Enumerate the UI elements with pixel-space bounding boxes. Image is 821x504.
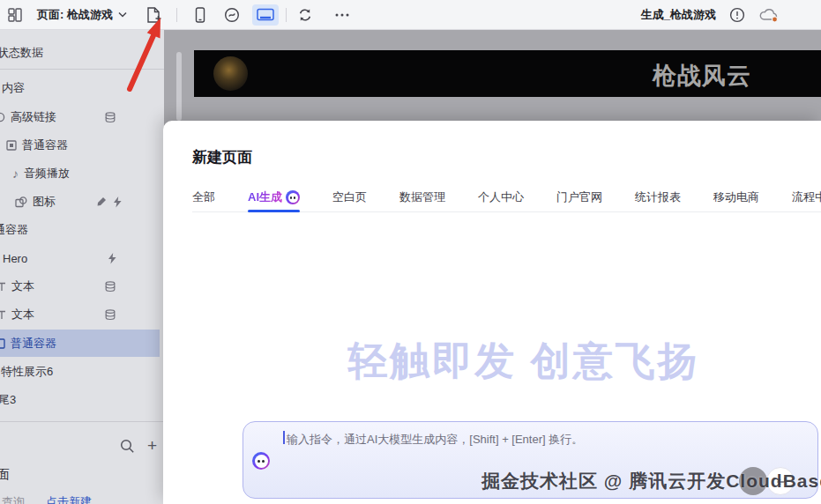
container-icon — [0, 338, 5, 349]
new-page-modal: 新建页面 全部 AI生成 空白页 数据管理 个人中心 门户官网 统计报表 移动电… — [163, 121, 821, 504]
tree-item-footer[interactable]: 页尾3 — [0, 387, 160, 413]
prompt-placeholder: 输入指令，通过AI大模型生成内容，[Shift] + [Enter] 换行。 — [287, 432, 583, 448]
chevron-down-icon — [118, 11, 127, 18]
sidebar-divider — [0, 421, 164, 422]
tab-ai-generate[interactable]: AI生成 — [248, 182, 300, 212]
sidebar-divider — [0, 69, 164, 70]
create-new-link[interactable]: 点击新建 — [46, 495, 92, 504]
more-actions-icon[interactable] — [331, 4, 354, 26]
banner-title: 枪战风云 — [653, 60, 751, 92]
cloud-sync-icon[interactable] — [758, 7, 780, 23]
toolbar-divider — [176, 8, 177, 22]
page-hero-banner[interactable]: 枪战风云 — [194, 50, 821, 97]
h5-preview-icon[interactable] — [220, 4, 243, 26]
tree-item-feature-showcase[interactable]: 特性展示6 — [0, 359, 160, 385]
lightning-icon — [108, 253, 117, 264]
tab-data-management[interactable]: 数据管理 — [399, 182, 445, 212]
tree-item-hero[interactable]: Hero — [0, 245, 160, 271]
refresh-icon[interactable] — [294, 4, 317, 26]
tab-report[interactable]: 统计报表 — [635, 182, 681, 212]
mobile-preview-icon[interactable] — [189, 4, 212, 26]
text-icon — [0, 282, 6, 292]
new-page-icon[interactable] — [145, 6, 162, 24]
tree-item-audio-player[interactable]: ♪ 音频播放 — [0, 160, 160, 187]
desktop-view-icon[interactable] — [252, 4, 279, 26]
unsaved-dot — [772, 17, 778, 22]
tab-mobile-ecommerce[interactable]: 移动电商 — [713, 182, 759, 212]
text-icon — [0, 310, 6, 320]
music-note-icon: ♪ — [12, 167, 19, 181]
component-tree-sidebar: 状态数据 内容 高级链接 普通容器 ♪ 音频播放 — [0, 30, 164, 504]
pages-section-label: 页面 — [0, 467, 10, 483]
credit-watermark: 掘金技术社区 @ 腾讯云开发CloudBase — [481, 469, 821, 493]
page-selector[interactable]: 页面: 枪战游戏 — [37, 7, 127, 23]
tree-item-state-data[interactable]: 状态数据 — [0, 40, 160, 66]
tree-item-container-selected[interactable]: 普通容器 — [0, 330, 160, 357]
page-selector-label: 页面: 枪战游戏 — [37, 7, 113, 23]
text-caret — [283, 431, 285, 444]
layout-panels-icon[interactable] — [8, 8, 22, 22]
ai-face-icon — [252, 452, 270, 470]
search-icon[interactable] — [120, 439, 135, 454]
tab-personal-center[interactable]: 个人中心 — [478, 182, 524, 212]
tree-item-content[interactable]: 内容 — [0, 75, 160, 101]
modal-title: 新建页面 — [192, 147, 252, 167]
template-category-tabs: 全部 AI生成 空白页 数据管理 个人中心 门户官网 统计报表 移动电商 流程中… — [192, 182, 821, 212]
tree-item-icon[interactable]: 图标 — [0, 189, 160, 215]
tree-item-text[interactable]: 文本 — [0, 273, 160, 300]
generated-page-title: 生成_枪战游戏 — [641, 7, 716, 23]
pages-empty-hint: 查询点击新建 — [2, 494, 92, 504]
toolbar-divider — [286, 8, 287, 22]
data-binding-icon — [105, 112, 116, 123]
tab-workflow-center[interactable]: 流程中心 — [792, 182, 821, 212]
data-binding-icon — [105, 281, 116, 293]
data-binding-icon — [105, 309, 116, 321]
tree-item-text[interactable]: 文本 — [0, 301, 160, 328]
ai-face-icon — [286, 190, 300, 204]
lightning-icon — [113, 196, 123, 208]
add-page-icon[interactable]: + — [147, 436, 157, 456]
pages-toolbar: + — [0, 435, 164, 462]
top-toolbar: 页面: 枪战游戏 — [0, 0, 821, 30]
tab-all[interactable]: 全部 — [192, 182, 215, 212]
link-circle-icon — [0, 112, 5, 122]
tree-item-container[interactable]: 普通容器 — [0, 132, 160, 159]
tree-item-advanced-link[interactable]: 高级链接 — [0, 104, 160, 130]
canvas-edge-strip — [176, 52, 182, 121]
container-icon — [6, 140, 17, 151]
page-builder-app: 页面: 枪战游戏 — [0, 0, 821, 504]
info-icon[interactable] — [729, 7, 745, 23]
ai-slogan-watermark: 轻触即发 创意飞扬 — [195, 335, 821, 388]
brush-icon — [95, 196, 107, 208]
query-hint-text: 查询 — [2, 495, 25, 504]
shapes-icon — [15, 196, 27, 208]
tree-item-container[interactable]: 普通容器 — [0, 217, 160, 243]
tab-blank-page[interactable]: 空白页 — [332, 182, 367, 212]
tab-portal-site[interactable]: 门户官网 — [556, 182, 602, 212]
game-logo-avatar — [213, 56, 248, 91]
